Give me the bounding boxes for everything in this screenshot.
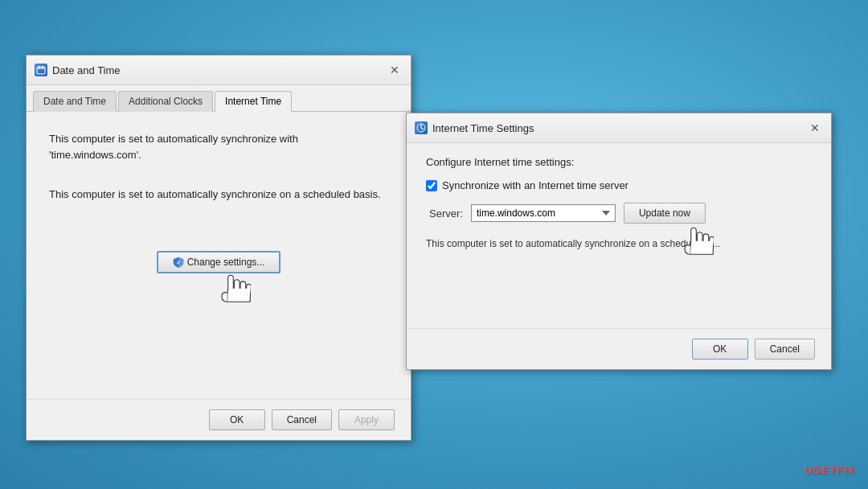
update-now-button[interactable]: Update now [624,203,706,224]
date-time-ok-button[interactable]: OK [209,409,265,430]
server-select[interactable]: time.windows.com time.nist.gov pool.ntp.… [471,204,616,222]
date-time-dialog: Date and Time ✕ Date and Time Additional… [26,55,411,441]
tab-internet-time[interactable]: Internet Time [215,91,292,112]
its-dialog-title: Internet Time Settings [432,122,534,134]
date-time-dialog-title: Date and Time [52,64,121,76]
change-settings-label: Change settings... [187,257,265,268]
its-cancel-button[interactable]: Cancel [755,339,815,360]
svg-rect-0 [37,67,45,74]
tab-additional-clocks[interactable]: Additional Clocks [118,91,213,112]
date-time-cancel-button[interactable]: Cancel [272,409,332,430]
svg-text:✓: ✓ [176,260,181,265]
svg-rect-5 [228,275,234,291]
its-dialog-icon [415,121,428,134]
its-ok-button[interactable]: OK [692,339,748,360]
watermark-highlight: GET [813,464,837,476]
shield-icon: ✓ [173,257,184,268]
its-close-button[interactable]: ✕ [807,120,823,136]
change-settings-button[interactable]: ✓ Change settings... [157,251,281,273]
watermark-suffix: FIX [837,464,855,476]
server-row: Server: time.windows.com time.nist.gov p… [426,203,812,224]
sync-checkbox-row: Synchronize with an Internet time server [426,179,812,191]
svg-rect-7 [240,281,246,293]
watermark: UGETFIX [805,464,855,476]
its-info-text: This computer is set to automatically sy… [426,236,812,251]
date-time-close-button[interactable]: ✕ [387,62,403,78]
svg-rect-6 [234,279,240,294]
sync-checkbox-label[interactable]: Synchronize with an Internet time server [442,179,628,191]
scheduled-text: This computer is set to automatically sy… [49,187,388,203]
svg-line-11 [421,128,424,129]
server-label: Server: [429,208,463,220]
svg-rect-2 [39,66,40,68]
internet-time-settings-dialog: Internet Time Settings ✕ Configure Inter… [406,113,832,370]
watermark-prefix: U [805,464,813,476]
its-section-title: Configure Internet time settings: [426,156,812,168]
svg-rect-8 [247,284,251,294]
auto-sync-text: This computer is set to automatically sy… [49,131,388,162]
cursor-hand-change-settings [211,273,251,318]
date-time-title-bar: Date and Time ✕ [27,55,411,85]
date-time-apply-button[interactable]: Apply [338,409,395,430]
date-time-tab-bar: Date and Time Additional Clocks Internet… [27,85,411,112]
svg-rect-3 [42,66,43,68]
tab-date-time[interactable]: Date and Time [33,91,117,112]
its-title-bar: Internet Time Settings ✕ [407,113,831,143]
its-footer: OK Cancel [407,328,831,369]
date-time-footer: OK Cancel Apply [27,399,411,440]
sync-checkbox[interactable] [426,180,437,191]
dialog-icon [35,64,47,76]
